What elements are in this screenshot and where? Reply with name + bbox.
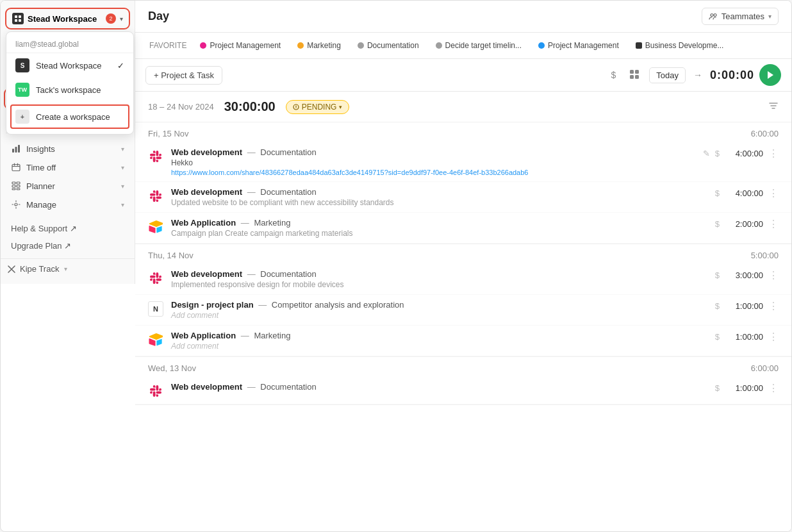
- add-task-label: + Project & Task: [154, 71, 214, 80]
- billable-icon[interactable]: $: [715, 219, 720, 229]
- workspace-button[interactable]: Stead Workspace 2 ▾: [7, 10, 128, 28]
- day-header-thu-14: Thu, 14 Nov 5:00:00: [135, 244, 791, 264]
- prev-arrow-icon[interactable]: →: [691, 69, 705, 81]
- entry-menu-button[interactable]: ⋮: [768, 269, 779, 281]
- svg-point-26: [714, 13, 716, 16]
- pending-badge[interactable]: PENDING ▾: [286, 100, 350, 114]
- entry-title: Web development — Documentation: [171, 269, 707, 279]
- entry-comment: Updated website to be compliant with new…: [171, 198, 707, 207]
- slack-app-icon: [148, 188, 163, 204]
- sidebar-item-time-off[interactable]: Time off ▾: [6, 158, 129, 176]
- entry-add-comment: Add comment: [171, 311, 707, 320]
- main-content: Day Teammates ▾ FAVORITE Project Managem…: [135, 1, 791, 531]
- tab-documentation[interactable]: Documentation: [351, 38, 426, 53]
- insights-arrow: ▾: [121, 145, 124, 153]
- workspace-dropdown: liam@stead.global S Stead Workspace ✓ TW…: [6, 31, 134, 135]
- page-title: Day: [148, 10, 169, 23]
- svg-rect-19: [17, 182, 20, 184]
- entry-menu-button[interactable]: ⋮: [768, 218, 779, 230]
- day-section-thu-14: Thu, 14 Nov 5:00:00 Web development — Do…: [135, 244, 791, 357]
- entry-time: 4:00:00: [725, 188, 763, 198]
- sidebar-item-planner[interactable]: Planner ▾: [6, 177, 129, 195]
- edit-icon[interactable]: ✎: [703, 149, 710, 158]
- tab-dot-pink: [200, 42, 206, 49]
- entry-project: Web Application: [171, 218, 236, 228]
- add-task-button[interactable]: + Project & Task: [145, 66, 222, 85]
- entry-menu-button[interactable]: ⋮: [768, 147, 779, 160]
- filter-icon[interactable]: [768, 101, 779, 113]
- tab-decide-target[interactable]: Decide target timelin...: [429, 38, 529, 53]
- dropdown-arrow-icon: ▾: [120, 15, 123, 22]
- tack-workspace-name: Tack's workspace: [36, 85, 101, 95]
- check-icon: ✓: [117, 61, 124, 71]
- entry-project: Web development: [171, 269, 242, 279]
- svg-rect-0: [15, 15, 17, 18]
- create-workspace-item[interactable]: + Create a workspace: [10, 104, 129, 129]
- tab-dot-notion: [636, 42, 642, 49]
- slack-app-icon: [148, 270, 163, 286]
- upgrade-plan-link[interactable]: Upgrade Plan ↗: [6, 238, 129, 253]
- tack-avatar: TW: [15, 83, 29, 97]
- entry-url[interactable]: https://www.loom.com/share/48366278edaa4…: [171, 169, 695, 176]
- sidebar-item-insights[interactable]: Insights ▾: [6, 140, 129, 158]
- entry-menu-button[interactable]: ⋮: [768, 187, 779, 199]
- sidebar-footer: Kipe Track ▾: [1, 258, 135, 279]
- billable-icon[interactable]: $: [715, 301, 720, 311]
- tab-dot-gray-1: [358, 42, 364, 49]
- svg-rect-1: [19, 15, 21, 18]
- svg-rect-18: [12, 182, 15, 184]
- create-icon: +: [15, 110, 29, 124]
- entry-menu-button[interactable]: ⋮: [768, 300, 779, 312]
- play-button[interactable]: [759, 64, 781, 86]
- entry-main: Web development — Documentation Implemen…: [171, 269, 707, 289]
- entry-right: $ 1:00:00 ⋮: [715, 331, 779, 343]
- time-entry: Web development — Documentation Implemen…: [135, 264, 791, 295]
- kipe-track-button[interactable]: Kipe Track ▾: [7, 264, 128, 274]
- entry-title: Web development — Documentation: [171, 382, 707, 392]
- notification-badge: 2: [106, 13, 116, 24]
- entry-main: Web Application — Marketing Campaign pla…: [171, 218, 707, 238]
- entry-separator: —: [247, 269, 258, 279]
- slack-app-icon: [148, 383, 163, 399]
- help-support-link[interactable]: Help & Support ↗: [6, 221, 129, 236]
- time-entry: N Design - project plan — Competitor ana…: [135, 295, 791, 326]
- billable-icon[interactable]: $: [715, 188, 720, 198]
- manage-icon: [11, 199, 21, 210]
- tab-business-dev[interactable]: Business Developme...: [629, 38, 731, 53]
- planner-label: Planner: [26, 181, 55, 191]
- billable-icon[interactable]: $: [715, 149, 720, 158]
- entry-separator: —: [241, 218, 252, 228]
- entry-category: Competitor analysis and exploration: [272, 300, 404, 310]
- entry-right: $ 1:00:00 ⋮: [715, 300, 779, 312]
- entry-menu-button[interactable]: ⋮: [768, 331, 779, 343]
- sidebar-item-manage[interactable]: Manage ▾: [6, 195, 129, 213]
- grid-view-icon[interactable]: [625, 66, 644, 85]
- planner-arrow: ▾: [121, 183, 124, 190]
- billable-icon[interactable]: $: [715, 332, 720, 342]
- tab-project-management-2[interactable]: Project Management: [531, 38, 626, 53]
- svg-point-24: [15, 203, 17, 206]
- entry-comment: Campaign plan Create campaign marketing …: [171, 229, 707, 238]
- tab-project-management-1[interactable]: Project Management: [193, 38, 288, 53]
- toolbar-left: + Project & Task: [145, 66, 222, 85]
- workspace-icon: [12, 13, 24, 24]
- week-range: 18 – 24 Nov 2024: [148, 102, 214, 112]
- svg-rect-23: [17, 188, 20, 190]
- tab-label-2: Documentation: [367, 41, 419, 50]
- entry-project: Web development: [171, 147, 242, 157]
- workspace-option-stead[interactable]: S Stead Workspace ✓: [6, 53, 133, 78]
- entry-time: 1:00:00: [725, 301, 763, 311]
- dollar-icon[interactable]: $: [607, 67, 620, 83]
- tab-marketing[interactable]: Marketing: [290, 38, 348, 53]
- today-button[interactable]: Today: [649, 67, 686, 83]
- teammates-button[interactable]: Teammates ▾: [702, 8, 779, 25]
- svg-rect-2: [15, 19, 17, 22]
- time-off-arrow: ▾: [121, 164, 124, 171]
- workspace-option-tack[interactable]: TW Tack's workspace: [6, 78, 133, 102]
- entry-project: Web Application: [171, 331, 236, 340]
- billable-icon[interactable]: $: [715, 270, 720, 280]
- entry-separator: —: [247, 187, 258, 197]
- entry-menu-button[interactable]: ⋮: [768, 382, 779, 394]
- billable-icon[interactable]: $: [715, 383, 720, 393]
- entry-time: 3:00:00: [725, 270, 763, 280]
